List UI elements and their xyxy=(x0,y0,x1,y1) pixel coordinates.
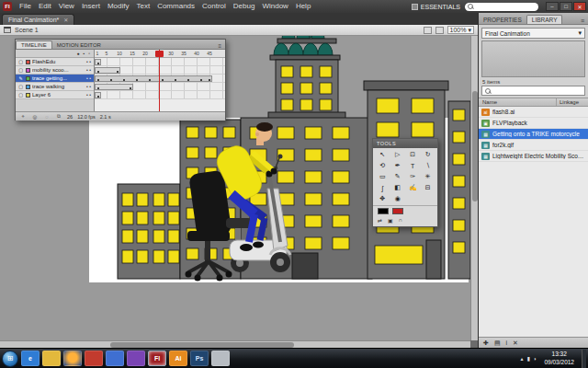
timeline-layer-row[interactable]: ▢ FlashEdu • • xyxy=(16,58,94,66)
text-tool-icon[interactable]: T xyxy=(405,160,421,171)
taskbar-icon-flash-active[interactable]: Fl xyxy=(148,351,166,366)
edit-symbols-button[interactable] xyxy=(435,27,444,34)
menu-debug[interactable]: Debug xyxy=(230,0,259,13)
onion-skin-icon[interactable]: ◎ xyxy=(31,114,39,120)
library-panel-menu-icon[interactable]: ≡ xyxy=(577,17,588,24)
menu-file[interactable]: File xyxy=(16,0,35,13)
tab-properties[interactable]: PROPERTIES xyxy=(479,16,526,24)
layer-outline-icon[interactable]: ▫ xyxy=(88,51,90,56)
taskbar-icon-photoshop[interactable]: Ps xyxy=(190,351,209,366)
menu-modify[interactable]: Modify xyxy=(104,0,133,13)
edit-multiple-frames-icon[interactable]: ⧉ xyxy=(55,113,62,120)
lasso-tool-icon[interactable]: ⟲ xyxy=(375,160,390,171)
fps-value[interactable]: 12.0 fps xyxy=(77,114,96,120)
column-linkage[interactable]: Linkage xyxy=(557,98,588,106)
pencil-tool-icon[interactable]: ✎ xyxy=(390,171,406,182)
tools-panel-title[interactable]: TOOLS xyxy=(373,139,437,148)
restore-button[interactable]: □ xyxy=(560,2,572,11)
document-tab[interactable]: Final Canimation* ✕ xyxy=(2,14,74,25)
free-transform-tool-icon[interactable]: ⊡ xyxy=(405,149,421,160)
taskbar-icon-windows-explorer[interactable] xyxy=(42,351,61,366)
menu-insert[interactable]: Insert xyxy=(78,0,104,13)
snap-to-objects-icon[interactable]: ∩ xyxy=(399,217,402,224)
deco-tool-icon[interactable]: ✳ xyxy=(421,171,436,182)
taskbar-icon-internet-explorer[interactable]: e xyxy=(21,351,40,366)
taskbar-icon-purple-app[interactable] xyxy=(127,351,145,366)
line-tool-icon[interactable]: ∖ xyxy=(421,160,436,171)
new-symbol-icon[interactable]: ✚ xyxy=(483,339,489,347)
rectangle-tool-icon[interactable]: ▭ xyxy=(375,171,390,182)
onion-outline-icon[interactable]: ◌ xyxy=(43,114,51,120)
menu-view[interactable]: View xyxy=(55,0,78,13)
frame-row[interactable] xyxy=(95,91,225,99)
timeline-frames-area[interactable]: 1 5 10 15 20 25 30 35 40 45 xyxy=(95,50,225,111)
playhead-line[interactable] xyxy=(159,50,160,111)
timeline-layer-row-selected[interactable]: ✎ trace getting... • • xyxy=(16,75,94,83)
center-frame-icon[interactable]: ⌖ xyxy=(19,113,27,120)
stage-vertical-scrollbar[interactable] xyxy=(470,36,478,340)
menu-edit[interactable]: Edit xyxy=(35,0,55,13)
edit-scene-button[interactable] xyxy=(424,27,432,34)
taskbar-clock[interactable]: 13:32 09/03/2012 xyxy=(540,351,578,366)
menu-window[interactable]: Window xyxy=(258,0,291,13)
eyedropper-tool-icon[interactable]: ✍ xyxy=(405,182,421,193)
menu-commands[interactable]: Commands xyxy=(153,0,198,13)
eraser-tool-icon[interactable]: ⊟ xyxy=(421,182,436,193)
close-button[interactable]: ✕ xyxy=(573,2,586,11)
show-desktop-button[interactable] xyxy=(582,350,586,368)
scene-label[interactable]: Scene 1 xyxy=(15,27,39,33)
item-properties-icon[interactable]: i xyxy=(506,339,508,346)
workspace-switcher[interactable]: ESSENTIALS xyxy=(407,4,465,10)
menu-control[interactable]: Control xyxy=(198,0,230,13)
tab-library[interactable]: LIBRARY xyxy=(526,15,563,24)
taskbar-icon-media-app[interactable] xyxy=(85,351,103,366)
menu-text[interactable]: Text xyxy=(132,0,153,13)
delete-item-icon[interactable]: ✕ xyxy=(513,339,518,347)
playhead-marker[interactable] xyxy=(155,51,164,57)
help-search-input[interactable] xyxy=(465,3,538,11)
pen-tool-icon[interactable]: ✒ xyxy=(390,160,406,171)
swap-colors-icon[interactable]: ⇄ xyxy=(378,217,382,224)
library-document-select[interactable]: Final Canimation ▾ xyxy=(481,28,585,39)
timeline-layer-row[interactable]: ▢ trace walking • • xyxy=(16,83,94,91)
new-folder-icon[interactable]: ▤ xyxy=(494,339,501,347)
tray-expand-icon[interactable]: ▴ xyxy=(521,355,524,362)
default-colors-icon[interactable]: ▣ xyxy=(388,217,393,224)
hand-tool-icon[interactable]: ✥ xyxy=(375,193,390,204)
network-icon[interactable]: ▮ xyxy=(527,355,530,362)
3d-rotation-tool-icon[interactable]: ↻ xyxy=(421,149,436,160)
document-tab-close-icon[interactable]: ✕ xyxy=(63,17,68,23)
tab-motion-editor[interactable]: MOTION EDITOR xyxy=(52,41,106,49)
library-item-selected[interactable]: ▦ Getting onto a TRIKE motorcycle xyxy=(479,129,588,140)
brush-tool-icon[interactable]: ✑ xyxy=(405,171,421,182)
library-item[interactable]: ▣ FLVPlayback xyxy=(479,118,588,129)
column-name[interactable]: Name xyxy=(479,98,557,106)
layer-lock-icon[interactable]: ▪ xyxy=(83,51,85,56)
frame-row[interactable] xyxy=(95,83,225,91)
zoom-tool-icon[interactable]: ◉ xyxy=(390,193,406,204)
stroke-color-swatch[interactable] xyxy=(378,208,389,214)
taskbar-icon-notepad[interactable] xyxy=(211,351,230,366)
paint-bucket-tool-icon[interactable]: ◧ xyxy=(390,182,406,193)
taskbar-icon-messenger-app[interactable] xyxy=(106,351,124,366)
start-button[interactable]: ⊞ xyxy=(2,351,18,367)
zoom-select[interactable]: 100% ▾ xyxy=(447,26,474,34)
library-item[interactable]: ▦ for2k.gif xyxy=(479,140,588,151)
frame-row[interactable] xyxy=(95,66,225,75)
volume-icon[interactable]: ◗ xyxy=(534,356,537,362)
library-item[interactable]: ai flash8.ai xyxy=(479,107,588,118)
bone-tool-icon[interactable]: ʃ xyxy=(375,182,390,193)
tab-timeline[interactable]: TIMELINE xyxy=(16,40,52,49)
library-search-input[interactable] xyxy=(481,86,585,96)
fill-color-swatch[interactable] xyxy=(392,208,403,214)
taskbar-icon-illustrator[interactable]: Ai xyxy=(169,351,187,366)
menu-help[interactable]: Help xyxy=(292,0,314,13)
subselection-tool-icon[interactable]: ▷ xyxy=(390,149,406,160)
frame-row[interactable] xyxy=(95,58,225,66)
stage-horizontal-scrollbar[interactable] xyxy=(0,340,470,348)
timeline-panel-menu-icon[interactable]: ≡ xyxy=(214,43,225,49)
taskbar-icon-firefox[interactable] xyxy=(63,351,82,366)
timeline-layer-row[interactable]: ▢ Layer 6 • • xyxy=(16,91,94,99)
selection-tool-icon[interactable]: ↖ xyxy=(375,149,390,160)
layer-visibility-icon[interactable]: ● xyxy=(76,51,79,56)
